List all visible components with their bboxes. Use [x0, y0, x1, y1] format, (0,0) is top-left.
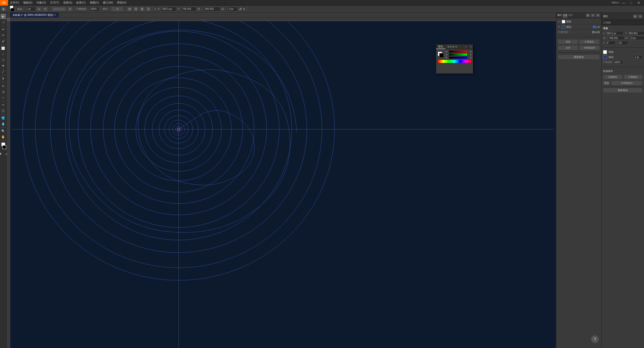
color-panel-close[interactable]: ✕ — [469, 45, 473, 48]
pencil-tool[interactable]: ✏ — [1, 32, 6, 38]
x-input-prop[interactable] — [606, 31, 623, 35]
color-tab-ref[interactable]: 颜色参考 — [445, 44, 459, 49]
stroke-input[interactable] — [25, 7, 35, 11]
menu-effect[interactable]: 效果(C) — [74, 0, 88, 5]
ellipse-tool[interactable]: ○ — [1, 51, 6, 57]
color-panel-menu[interactable]: ≡ — [463, 44, 469, 49]
recolor-appear-btn[interactable]: 重新着色 — [558, 55, 600, 60]
scissor-tool[interactable]: ✂ — [1, 102, 6, 108]
y-input[interactable] — [181, 7, 196, 11]
expand-stroke-btn[interactable]: 扩展描边 — [623, 74, 643, 80]
stroke-up-btn[interactable]: ▲ — [36, 7, 42, 12]
fill-tool[interactable]: 🪣 — [1, 115, 6, 121]
star-tool[interactable]: ★ — [1, 63, 6, 68]
none-btn[interactable]: ⊘ — [4, 151, 9, 157]
arrange-btn[interactable]: ⊡ — [146, 7, 151, 12]
panel-close-appearance[interactable]: ✕ — [596, 13, 600, 17]
merge-appear-btn[interactable]: 合并 — [558, 45, 578, 50]
appear-stroke-box[interactable] — [562, 25, 565, 29]
eyedropper-tool[interactable]: 💧 — [1, 121, 6, 127]
y-input-prop[interactable] — [628, 31, 644, 35]
eye-icon[interactable]: 👁 — [558, 20, 561, 23]
attr-tab[interactable]: 属性 — [557, 14, 562, 17]
color-spectrum-bar[interactable] — [438, 60, 471, 63]
link-btn[interactable]: 🔗 — [239, 8, 242, 10]
polygon-tool[interactable]: ⬡ — [1, 57, 6, 63]
shear-input[interactable] — [618, 41, 628, 45]
stroke-box[interactable] — [11, 8, 14, 12]
h-input[interactable] — [228, 7, 238, 11]
rotate-tool[interactable]: ↻ — [1, 83, 6, 89]
line-style-selector[interactable]: ▾ — [67, 7, 73, 12]
stroke-color-swatch[interactable] — [593, 26, 595, 28]
document-tab[interactable]: 未标题-1* @ 200% (RGB/GPU 预览) ✕ — [10, 13, 59, 17]
appearance-tab[interactable]: 外观 — [563, 14, 567, 17]
opacity-input[interactable] — [89, 7, 99, 11]
pen-tool[interactable]: ✒ — [1, 27, 6, 32]
appear-fill-box[interactable] — [562, 20, 565, 23]
tab-close-btn[interactable]: ✕ — [54, 14, 56, 16]
hand-tool[interactable]: ✋ — [1, 134, 6, 140]
add-btn[interactable]: 添加 — [603, 81, 610, 86]
zoom-tool[interactable]: 🔍 — [1, 128, 6, 134]
angle-input[interactable] — [606, 41, 616, 45]
fill-color-box[interactable] — [603, 50, 607, 54]
line-style-btn[interactable]: ────── — [51, 7, 66, 12]
type-tool[interactable]: T — [1, 76, 6, 82]
panel-collapse-appearance[interactable]: ≡ — [591, 13, 595, 17]
x-input[interactable] — [161, 7, 176, 11]
scale-tool[interactable]: ⇲ — [1, 89, 6, 95]
menu-view[interactable]: 视图(V) — [88, 0, 101, 5]
stroke-indicator[interactable] — [2, 145, 6, 149]
align-stroke-appear-btn[interactable]: 对齐描边列 — [579, 45, 600, 50]
align-stroke-btn[interactable]: 对齐描边列 — [611, 81, 642, 86]
select-tool-btn[interactable]: ▶ — [1, 7, 7, 12]
w-input-prop[interactable] — [608, 36, 624, 40]
b-slider[interactable] — [449, 57, 467, 59]
direct-select-tool[interactable]: ◁ — [1, 19, 6, 25]
color-tab-color[interactable]: 颜色 — [436, 44, 445, 49]
more-btn[interactable]: ⊕ — [243, 8, 245, 10]
maximize-btn[interactable]: □ — [628, 0, 634, 5]
stroke-color-box[interactable] — [603, 55, 607, 59]
menu-edit[interactable]: 编辑(E) — [21, 0, 34, 5]
eye-stroke-icon[interactable]: 👁 — [558, 26, 561, 28]
line-tool[interactable]: ╱ — [1, 69, 6, 74]
stroke-down-btn[interactable]: ▼ — [43, 7, 48, 12]
align-right-btn[interactable]: ⊟ — [133, 7, 139, 12]
minimize-btn[interactable]: — — [621, 0, 626, 5]
w-input[interactable] — [204, 7, 220, 11]
rect-tool[interactable]: ⬜ — [1, 46, 6, 51]
panel-collapse-btn[interactable]: ≡ — [638, 14, 642, 18]
warp-tool[interactable]: ≈ — [1, 95, 6, 100]
menu-help[interactable]: 帮助(H) — [115, 0, 128, 5]
selection-tool[interactable]: ▶ — [1, 14, 6, 19]
help-icon[interactable]: ? — [591, 335, 599, 343]
eraser-tool[interactable]: ◫ — [1, 108, 6, 113]
stroke-value-input[interactable] — [634, 55, 642, 59]
expand-stroke-appear-btn[interactable]: 扩展描边 — [579, 39, 600, 44]
h-input-prop[interactable] — [630, 36, 644, 40]
menu-object[interactable]: 对象(O) — [34, 0, 48, 5]
g-slider[interactable] — [449, 54, 467, 56]
color-btn[interactable]: 🌈 — [0, 151, 3, 157]
panel-expand-btn[interactable]: ⊞ — [633, 14, 637, 18]
move-path-btn[interactable]: 位移路径 — [603, 74, 622, 80]
menu-window[interactable]: 窗口(W) — [101, 0, 115, 5]
align-left-btn[interactable]: ⊞ — [127, 7, 132, 12]
brush-tool[interactable]: 🖌 — [1, 38, 6, 44]
canvas-area[interactable] — [10, 21, 556, 348]
style-selector[interactable]: ▾ — [111, 7, 124, 12]
close-btn[interactable]: ✕ — [636, 0, 641, 5]
menu-type[interactable]: 文字(T) — [48, 0, 61, 5]
bg-color[interactable] — [439, 53, 444, 58]
menu-select[interactable]: 选择(S) — [61, 0, 74, 5]
transform-btn[interactable]: ⊠ — [139, 7, 145, 12]
recolor-btn[interactable]: 重新着色 — [603, 88, 642, 93]
menu-file[interactable]: 文件(F) — [8, 0, 21, 5]
opacity-tab[interactable]: 渐变 — [568, 14, 573, 17]
panel-expand-appearance[interactable]: ⊞ — [586, 13, 590, 17]
add-appear-btn[interactable]: 添加 — [558, 39, 578, 44]
opacity-input-prop[interactable] — [613, 60, 623, 64]
r-slider[interactable] — [449, 51, 467, 53]
